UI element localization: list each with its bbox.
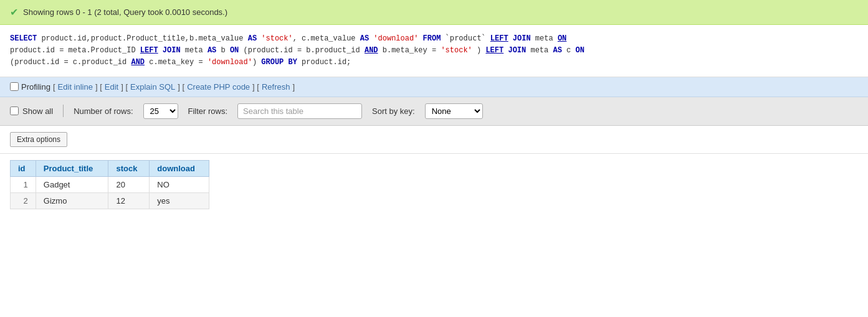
col-header-stock[interactable]: stock — [108, 160, 150, 176]
row-2-download: yes — [150, 192, 209, 209]
sort-select[interactable]: None PRIMARY — [425, 103, 483, 119]
result-table: id Product_title stock download 1 Gadget… — [10, 160, 209, 209]
profiling-checkbox[interactable] — [10, 82, 19, 91]
col-header-id[interactable]: id — [11, 160, 36, 176]
row-2-stock: 12 — [108, 192, 150, 209]
col-header-download[interactable]: download — [150, 160, 209, 176]
profiling-label: Profiling — [21, 82, 50, 92]
row-1-download: NO — [150, 176, 209, 192]
result-table-wrapper: id Product_title stock download 1 Gadget… — [0, 154, 868, 215]
success-banner: ✔ Showing rows 0 - 1 (2 total, Query too… — [0, 0, 868, 25]
extra-options-row: Extra options — [0, 126, 868, 154]
col-header-product-title[interactable]: Product_title — [36, 160, 108, 176]
extra-options-button[interactable]: Extra options — [10, 132, 67, 147]
sql-line-2: product.id = meta.Product_ID LEFT JOIN m… — [10, 45, 858, 57]
success-message: Showing rows 0 - 1 (2 total, Query took … — [23, 7, 227, 17]
explain-sql-link[interactable]: Explain SQL — [130, 82, 175, 92]
sql-line-3: (product.id = c.product_id AND c.meta_ke… — [10, 57, 858, 69]
create-php-link[interactable]: Create PHP code — [187, 82, 250, 92]
row-1-id: 1 — [11, 176, 36, 192]
divider — [63, 105, 64, 117]
controls-bar: Show all Number of rows: 25 50 100 250 5… — [0, 97, 868, 126]
table-header-row: id Product_title stock download — [11, 160, 209, 176]
search-input[interactable] — [237, 103, 362, 119]
table-row: 2 Gizmo 12 yes — [11, 192, 209, 209]
refresh-link[interactable]: Refresh — [262, 82, 290, 92]
show-all-text: Show all — [22, 106, 53, 116]
show-all-checkbox[interactable] — [10, 106, 19, 115]
row-2-id: 2 — [11, 192, 36, 209]
sql-line-1: SELECT product.id,product.Product_title,… — [10, 32, 858, 45]
number-of-rows-label: Number of rows: — [74, 106, 133, 116]
check-icon: ✔ — [10, 6, 18, 18]
rows-select[interactable]: 25 50 100 250 500 — [143, 103, 178, 119]
sort-by-key-label: Sort by key: — [372, 106, 415, 116]
filter-rows-label: Filter rows: — [188, 106, 228, 116]
profiling-bar: Profiling [ Edit inline ] [ Edit ] [ Exp… — [0, 77, 868, 97]
row-1-stock: 20 — [108, 176, 150, 192]
row-2-product-title: Gizmo — [36, 192, 108, 209]
edit-link[interactable]: Edit — [105, 82, 118, 92]
table-row: 1 Gadget 20 NO — [11, 176, 209, 192]
row-1-product-title: Gadget — [36, 176, 108, 192]
sql-display: SELECT product.id,product.Product_title,… — [0, 25, 868, 77]
show-all-label[interactable]: Show all — [10, 106, 53, 116]
edit-inline-link[interactable]: Edit inline — [58, 82, 93, 92]
